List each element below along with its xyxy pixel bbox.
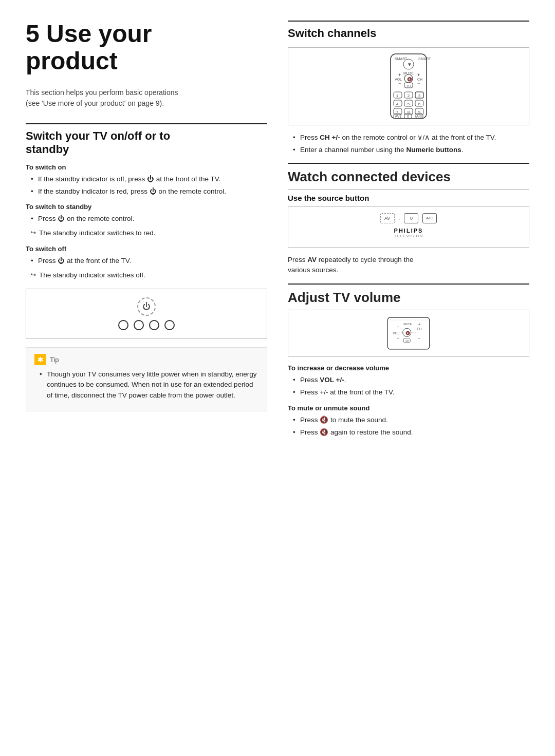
power-visual: ⏻ [118,297,175,330]
dot-1 [118,320,128,330]
svg-text:+: + [397,325,399,329]
power-button-icon: ⏻ [137,297,156,316]
svg-text:4: 4 [396,102,399,106]
switch-tv-title: Switch your TV on/off or tostandby [26,129,267,156]
svg-text:+: + [417,72,420,78]
svg-text:+: + [398,72,401,78]
svg-text:−: − [417,81,420,86]
zero-button-icon: 0 [404,213,418,223]
chapter-number: 5 [26,20,40,47]
philips-logo: PHILIPS [394,228,423,234]
svg-text:10: 10 [405,339,409,343]
svg-text:VOL: VOL [393,331,399,335]
svg-text:−: − [397,336,399,341]
svg-text:SMART: SMART [418,57,431,61]
switch-off-note: The standby indicator switches off. [26,270,267,280]
right-column: Switch channels SMART SMART ▼ MUTE VOL C… [288,21,529,442]
svg-text:0: 0 [407,114,410,119]
section-divider-watch [288,163,529,164]
svg-text:2: 2 [408,93,410,98]
volume-list: Press VOL +/-. Press +/- at the front of… [288,375,529,398]
switch-standby-item-1: Press ⏻ on the remote control. [31,214,267,224]
mute-unmute-heading: To mute or unmute sound [288,404,529,412]
subsection-divider [288,189,529,190]
svg-text:7: 7 [396,110,399,115]
switch-standby-list: Press ⏻ on the remote control. [26,214,267,224]
intro-text: This section helps you perform basic ope… [26,87,267,109]
section-divider-1 [26,123,267,124]
svg-text:6: 6 [418,102,421,106]
av-button-icon: AV [380,213,395,223]
tip-list: Though your TV consumes very little powe… [34,369,258,401]
tip-box: ✱ Tip Though your TV consumes very littl… [26,347,267,411]
volume-remote-svg: VOL + − MUTE 🔇 CH + − 10 [375,315,442,351]
svg-text:−: − [398,81,401,86]
increase-decrease-volume-heading: To increase or decrease volume [288,364,529,372]
svg-text:9: 9 [418,110,421,115]
use-source-button-heading: Use the source button [288,194,529,202]
source-buttons-row: AV : 0 A/⊙ [380,213,437,223]
mute-list: Press 🔇 to mute the sound. Press 🔇 again… [288,415,529,438]
chapter-title: 5 Use yourproduct [26,21,267,75]
svg-text:MUTE: MUTE [403,323,412,326]
channel-item-1: Press CH +/- on the remote control or ∨/… [293,133,529,143]
svg-text:A/⊙: A/⊙ [416,115,423,118]
source-description: Press AV repeatedly to cycle through the… [288,255,529,276]
switch-on-item-1: If the standby indicator is off, press ⏻… [31,174,267,184]
tip-header: ✱ Tip [34,354,258,365]
aoh-button-icon: A/⊙ [422,213,437,223]
tip-label: Tip [50,356,59,364]
volume-remote-diagram: VOL + − MUTE 🔇 CH + − 10 [288,310,529,357]
svg-text:AV: AV [395,115,400,118]
dot-4 [164,320,175,330]
standby-indicator-note: The standby indicator switches to red. [26,228,267,238]
vol-item-1: Press VOL +/-. [293,375,529,385]
source-button-diagram: AV : 0 A/⊙ PHILIPS TELEVISION [288,206,529,248]
tip-star-icon: ✱ [34,354,46,365]
svg-text:3: 3 [418,93,421,98]
switch-off-item-1: Press ⏻ at the front of the TV. [31,256,267,266]
television-label: TELEVISION [394,234,423,238]
svg-text:CH: CH [417,327,422,331]
switch-on-item-2: If the standby indicator is red, press ⏻… [31,186,267,197]
svg-text:🔇: 🔇 [405,331,411,335]
adjust-volume-title: Adjust TV volume [288,290,529,306]
standby-dots [118,320,175,330]
svg-text:🔇: 🔇 [407,77,412,82]
svg-text:▼: ▼ [407,62,412,67]
channels-remote-diagram: SMART SMART ▼ MUTE VOL CH + − + − 🔇 [288,47,529,125]
svg-text:1: 1 [396,93,399,98]
mute-item-1: Press 🔇 to mute the sound. [293,415,529,425]
section-divider-channels [288,21,529,22]
switch-channels-title: Switch channels [288,27,529,40]
svg-text:+: + [418,322,421,327]
section-divider-volume [288,284,529,285]
channels-list: Press CH +/- on the remote control or ∨/… [288,133,529,156]
power-diagram-box: ⏻ [26,289,267,339]
svg-text:5: 5 [408,102,410,106]
mute-item-2: Press 🔇 again to restore the sound. [293,427,529,438]
to-switch-off-heading: To switch off [26,245,267,253]
vol-item-2: Press +/- at the front of the TV. [293,387,529,398]
channel-item-2: Enter a channel number using the Numeric… [293,145,529,155]
watch-connected-title: Watch connected devices [288,169,529,185]
dot-3 [149,320,159,330]
svg-text:10: 10 [406,84,411,88]
switch-off-list: Press ⏻ at the front of the TV. [26,256,267,266]
separator-colon: : [399,215,400,221]
to-switch-standby-heading: To switch to standby [26,203,267,211]
tip-text: Though your TV consumes very little powe… [40,369,258,401]
dot-2 [134,320,144,330]
to-switch-on-heading: To switch on [26,163,267,171]
svg-text:−: − [418,336,421,341]
left-column: 5 Use yourproduct This section helps you… [26,21,267,442]
switch-on-list: If the standby indicator is off, press ⏻… [26,174,267,197]
channel-remote-svg: SMART SMART ▼ MUTE VOL CH + − + − 🔇 [375,53,442,120]
